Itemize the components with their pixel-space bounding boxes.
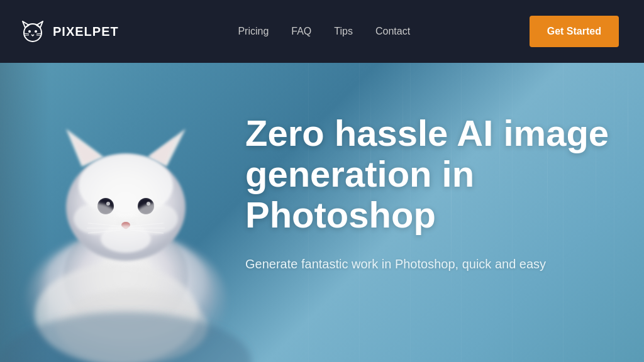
- logo[interactable]: PIXELPET: [19, 18, 119, 45]
- hero-subtitle: Generate fantastic work in Photoshop, qu…: [245, 255, 610, 273]
- svg-marker-1: [23, 21, 29, 28]
- svg-line-5: [24, 33, 29, 34]
- navbar: PIXELPET Pricing FAQ Tips Contact Get St…: [0, 0, 644, 63]
- svg-marker-2: [36, 21, 43, 28]
- cat-svg: [0, 63, 264, 362]
- nav-link-faq[interactable]: FAQ: [291, 26, 311, 37]
- nav-link-pricing[interactable]: Pricing: [238, 26, 269, 37]
- hero-section: Zero hassle AI image generation in Photo…: [0, 63, 644, 362]
- nav-link-tips[interactable]: Tips: [334, 26, 353, 37]
- hero-content: Zero hassle AI image generation in Photo…: [245, 113, 610, 273]
- svg-point-22: [106, 202, 110, 206]
- svg-point-3: [28, 30, 31, 33]
- cat-image: [0, 63, 264, 362]
- hero-title: Zero hassle AI image generation in Photo…: [245, 113, 610, 236]
- svg-line-7: [36, 33, 42, 34]
- pixelpet-logo-icon: [19, 18, 47, 45]
- nav-link-contact[interactable]: Contact: [375, 26, 410, 37]
- logo-text: PIXELPET: [53, 25, 119, 39]
- svg-point-4: [35, 30, 37, 33]
- nav-links: Pricing FAQ Tips Contact: [238, 26, 410, 37]
- svg-point-35: [101, 225, 151, 253]
- get-started-button[interactable]: Get Started: [530, 16, 619, 47]
